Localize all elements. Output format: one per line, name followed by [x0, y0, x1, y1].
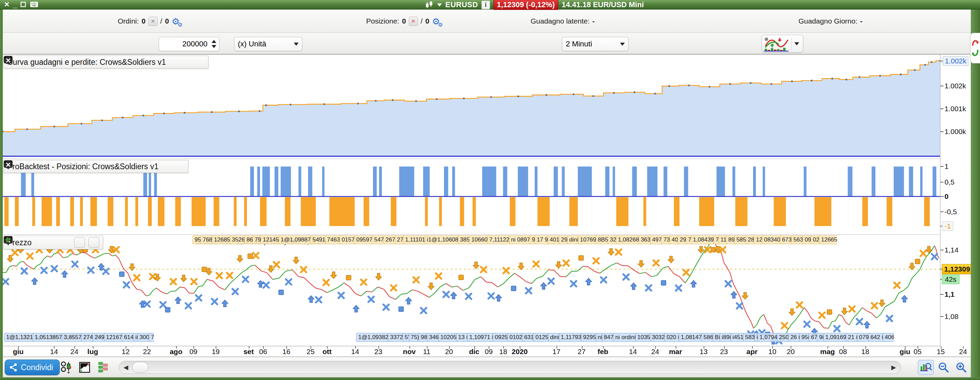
- order-annotation-chip[interactable]: 7,11122: [487, 235, 512, 244]
- instrument-dropdown-caret[interactable]: [437, 3, 442, 6]
- order-annotation-chip[interactable]: 09597: [354, 235, 374, 244]
- position-annotation-chip[interactable]: 1@1,1321: [4, 333, 35, 342]
- price-chart-panel[interactable]: © IT-finance.com Dati indicativi Giorno:…: [3, 235, 940, 346]
- info-icon[interactable]: i: [482, 1, 490, 9]
- zoom-in-button[interactable]: [953, 360, 969, 375]
- position-annotations-strip-b: 1@1,0938233725'75)983461020513 i1,10971 …: [356, 333, 894, 342]
- time-tick-label: 25: [306, 348, 314, 356]
- order-annotation-chip[interactable]: 10769: [578, 235, 598, 244]
- close-panel-icon[interactable]: [61, 238, 71, 247]
- price-chart[interactable]: [3, 235, 940, 346]
- order-annotation-chip[interactable]: 08340: [762, 235, 782, 244]
- time-tick-label: 13: [700, 348, 707, 356]
- detach-window-icon[interactable]: [182, 57, 192, 67]
- close-panel-icon[interactable]: [175, 162, 185, 171]
- orders-separator: /: [161, 17, 162, 25]
- axis-label: 1.001k: [945, 105, 966, 113]
- positions-chart-panel[interactable]: ProBacktest - Posizioni: Crows&Soldiers …: [3, 159, 940, 235]
- order-annotation-chip[interactable]: 1@1,09887: [279, 235, 313, 244]
- order-annotation-chip[interactable]: 1,11101: [403, 235, 427, 244]
- order-annotation-chip[interactable]: i1@1,10608: [425, 235, 460, 244]
- time-tick-label: mar: [669, 348, 682, 356]
- scrollbar-thumb[interactable]: [132, 362, 148, 373]
- wrench-icon[interactable]: [169, 57, 179, 67]
- order-book-button[interactable]: [95, 360, 111, 375]
- position-annotation-chip[interactable]: 1,09169: [823, 333, 848, 342]
- trading-window: ✕ _ EURUSD i: [0, 0, 980, 380]
- time-tick-label: 20: [445, 348, 453, 356]
- chart-type-icon: [762, 36, 791, 51]
- display-mode-button[interactable]: [77, 360, 92, 375]
- orders-label: Ordini:: [118, 17, 139, 25]
- cancel-orders-button[interactable]: ×: [148, 17, 158, 26]
- time-tick-label: 15: [937, 348, 945, 356]
- display-mode-icon: [79, 362, 90, 373]
- quantity-decrement-icon[interactable]: [212, 45, 216, 48]
- close-window-button[interactable]: ✕: [3, 1, 11, 8]
- position-annotation-chip[interactable]: ni ordini: [613, 333, 638, 342]
- position-annotation-chip[interactable]: 1,0794: [757, 333, 780, 342]
- axis-label: 1,12309: [942, 264, 972, 274]
- time-tick-label: giu: [899, 348, 910, 356]
- axis-tick: [940, 316, 943, 317]
- equity-chart[interactable]: [3, 54, 940, 159]
- order-annotation-chip[interactable]: 10660: [469, 235, 489, 244]
- restore-window-button[interactable]: [19, 1, 27, 8]
- equity-chart-panel[interactable]: Curva guadagni e perdite: Crows&Soldiers…: [3, 54, 940, 159]
- buy-order-button[interactable]: [88, 237, 99, 248]
- position-annotation-chip[interactable]: 3,8557: [62, 333, 84, 342]
- zoom-out-button[interactable]: [935, 360, 951, 375]
- order-annotation-chip[interactable]: 1,08268: [616, 235, 641, 244]
- orders-pending-count: 0: [165, 17, 169, 25]
- axis-tick: [940, 294, 943, 295]
- position-annotation-chip[interactable]: 1,08147: [679, 333, 703, 342]
- chart-style-button[interactable]: [59, 360, 74, 375]
- unit-select[interactable]: (x) Unità: [234, 37, 302, 51]
- order-annotation-chip[interactable]: 12685: [212, 235, 232, 244]
- position-settings-icon[interactable]: ⚙⚙: [432, 17, 445, 26]
- position-annotation-chip[interactable]: 1,10971 i: [467, 333, 495, 342]
- positions-axis-gutter: 10,50-0,5-1: [940, 159, 971, 235]
- position-annotation-chip[interactable]: 7: [149, 333, 154, 342]
- time-scrollbar[interactable]: ◀ ▶: [119, 361, 901, 374]
- timeframe-select[interactable]: 2 Minuti: [562, 37, 628, 51]
- detach-window-icon[interactable]: [48, 238, 58, 247]
- quantity-stepper[interactable]: [159, 37, 220, 51]
- position-annotation-chip[interactable]: 1@1,09382: [356, 333, 390, 342]
- detach-window-icon[interactable]: [162, 162, 172, 171]
- day-gain-label: Guadagno Giorno:: [799, 17, 858, 25]
- add-indicator-button[interactable]: [762, 35, 803, 52]
- position-annotation-chip[interactable]: 12167: [104, 333, 124, 342]
- symbol-label: EURUSD: [445, 0, 478, 9]
- share-button[interactable]: Condividi: [5, 359, 60, 375]
- quantity-input[interactable]: [159, 40, 210, 48]
- time-tick-label: giu: [13, 348, 24, 356]
- axis-label: 1.000k: [945, 127, 966, 136]
- position-annotation-chip[interactable]: 10205: [439, 333, 458, 342]
- order-annotation-chip[interactable]: ni 0897: [509, 235, 532, 244]
- order-annotation-chip[interactable]: 12145: [261, 235, 281, 244]
- position-annotation-chip[interactable]: 406: [883, 333, 894, 342]
- sell-order-button[interactable]: [74, 237, 85, 248]
- minimize-window-button[interactable]: _: [11, 1, 19, 8]
- orders-settings-icon[interactable]: ⚙⚙: [172, 17, 185, 26]
- wrench-icon[interactable]: [35, 238, 45, 247]
- position-annotation-chip[interactable]: 1,0513857: [33, 333, 64, 342]
- scroll-left-icon[interactable]: ◀: [120, 362, 132, 373]
- scroll-right-icon[interactable]: ▶: [888, 362, 900, 373]
- axis-label: 0: [945, 192, 948, 200]
- close-panel-icon[interactable]: [195, 57, 205, 67]
- position-annotation-chip[interactable]: 1,11793: [559, 333, 584, 342]
- zoom-in-icon: [955, 362, 967, 373]
- zoom-out-icon: [938, 362, 949, 373]
- close-position-button[interactable]: ×: [409, 17, 418, 26]
- quantity-increment-icon[interactable]: [212, 40, 216, 43]
- zoom-fit-button[interactable]: [918, 360, 934, 375]
- price-panel-title-bar: Prezzo: [3, 236, 103, 250]
- panel-swap-tab[interactable]: [970, 33, 980, 64]
- order-annotation-chip[interactable]: 12665: [819, 235, 837, 244]
- order-book-icon: [98, 362, 108, 373]
- time-axis[interactable]: giu1424lug1222ago0919set061625ott1423nov…: [3, 346, 971, 357]
- order-annotation-chip[interactable]: 1,08439: [691, 235, 716, 244]
- keyboard-button[interactable]: [30, 1, 38, 8]
